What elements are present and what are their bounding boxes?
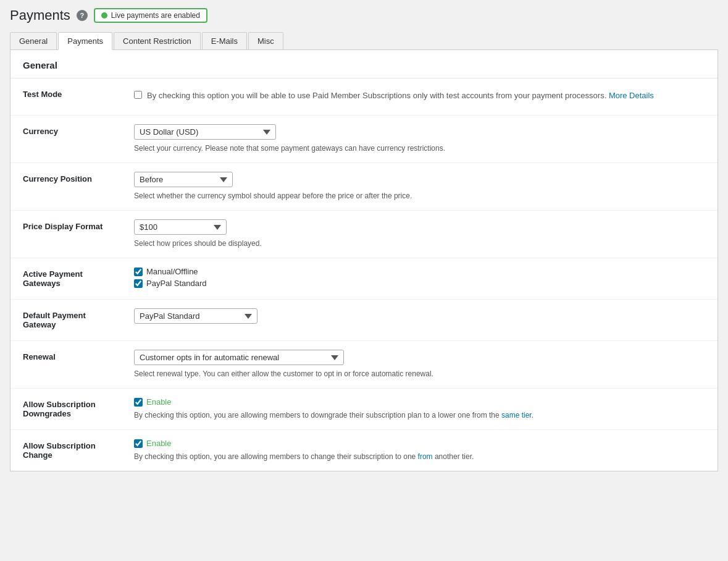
renewal-label: Renewal <box>10 341 122 388</box>
price-format-description: Select how prices should be displayed. <box>134 238 705 249</box>
tab-emails[interactable]: E-Mails <box>202 32 247 49</box>
currency-position-label: Currency Position <box>10 163 122 210</box>
downgrades-row: Allow Subscription Downgrades Enable By … <box>10 389 718 430</box>
downgrades-checkbox-row: Enable <box>134 397 705 407</box>
currency-select[interactable]: US Dollar (USD) Euro (EUR) British Pound… <box>134 124 276 140</box>
live-dot-icon <box>101 12 107 19</box>
price-format-row: Price Display Format $100 $ 100 100$ 100… <box>10 211 718 258</box>
currency-label: Currency <box>10 116 122 162</box>
tab-general[interactable]: General <box>10 32 57 49</box>
page-header: Payments ? Live payments are enabled <box>10 7 718 23</box>
currency-position-row: Currency Position Before After Select wh… <box>10 163 718 211</box>
subscription-change-row: Allow Subscription Change Enable By chec… <box>10 430 718 471</box>
live-status-text: Live payments are enabled <box>111 11 200 20</box>
active-gateways-control: Manual/Offline PayPal Standard <box>122 258 718 299</box>
test-mode-row: Test Mode By checking this option you wi… <box>10 78 718 116</box>
paypal-standard-label: PayPal Standard <box>146 279 207 288</box>
manual-offline-checkbox[interactable] <box>134 268 143 276</box>
nav-tabs: General Payments Content Restriction E-M… <box>10 32 718 50</box>
price-format-control: $100 $ 100 100$ 100 $ Select how prices … <box>122 211 718 258</box>
default-gateway-control: PayPal Standard Manual/Offline <box>122 300 718 340</box>
subscription-change-label: Allow Subscription Change <box>10 430 122 471</box>
paypal-standard-row: PayPal Standard <box>134 279 705 288</box>
currency-position-description: Select whether the currency symbol shoul… <box>134 190 705 201</box>
tab-misc[interactable]: Misc <box>248 32 283 49</box>
subscription-change-checkbox[interactable] <box>134 439 143 448</box>
currency-position-control: Before After Select whether the currency… <box>122 163 718 210</box>
downgrades-description: By checking this option, you are allowin… <box>134 410 705 421</box>
currency-description: Select your currency. Please note that s… <box>134 143 705 154</box>
subscription-change-control: Enable By checking this option, you are … <box>122 430 718 471</box>
from-link[interactable]: from <box>418 452 433 461</box>
more-details-link[interactable]: More Details <box>609 91 654 100</box>
renewal-control: Customer opts in for automatic renewal F… <box>122 341 718 388</box>
renewal-select[interactable]: Customer opts in for automatic renewal F… <box>134 350 344 365</box>
active-gateways-label: Active Payment Gateways <box>10 258 122 299</box>
default-gateway-label: Default Payment Gateway <box>10 300 122 340</box>
subscription-change-enable-label: Enable <box>146 439 171 448</box>
content-area: General Test Mode By checking this optio… <box>10 50 718 471</box>
test-mode-checkbox[interactable] <box>134 91 142 99</box>
same-tier-link[interactable]: same tier <box>501 411 532 420</box>
renewal-description: Select renewal type. You can either allo… <box>134 368 705 379</box>
subscription-change-description: By checking this option, you are allowin… <box>134 451 705 462</box>
renewal-row: Renewal Customer opts in for automatic r… <box>10 341 718 389</box>
page-wrapper: Payments ? Live payments are enabled Gen… <box>0 0 728 561</box>
paypal-standard-checkbox[interactable] <box>134 279 143 288</box>
tab-content-restriction[interactable]: Content Restriction <box>114 32 201 49</box>
active-gateways-row: Active Payment Gateways Manual/Offline P… <box>10 258 718 300</box>
downgrades-enable-label: Enable <box>146 397 171 407</box>
downgrades-control: Enable By checking this option, you are … <box>122 389 718 429</box>
subscription-change-checkbox-row: Enable <box>134 439 705 448</box>
downgrades-label: Allow Subscription Downgrades <box>10 389 122 429</box>
default-gateway-row: Default Payment Gateway PayPal Standard … <box>10 300 718 341</box>
test-mode-control: By checking this option you will be able… <box>122 78 718 115</box>
price-format-label: Price Display Format <box>10 211 122 258</box>
manual-offline-row: Manual/Offline <box>134 267 705 276</box>
page-title: Payments <box>10 7 70 23</box>
manual-offline-label: Manual/Offline <box>146 267 198 276</box>
test-mode-description: By checking this option you will be able… <box>147 90 654 102</box>
price-format-select[interactable]: $100 $ 100 100$ 100 $ <box>134 219 227 235</box>
live-status-badge: Live payments are enabled <box>94 8 207 23</box>
section-heading: General <box>10 50 718 78</box>
currency-control: US Dollar (USD) Euro (EUR) British Pound… <box>122 116 718 162</box>
currency-position-select[interactable]: Before After <box>134 172 233 187</box>
downgrades-checkbox[interactable] <box>134 398 143 407</box>
tab-payments[interactable]: Payments <box>58 32 112 50</box>
help-icon[interactable]: ? <box>77 10 88 21</box>
currency-row: Currency US Dollar (USD) Euro (EUR) Brit… <box>10 116 718 163</box>
test-mode-label: Test Mode <box>10 78 122 115</box>
default-gateway-select[interactable]: PayPal Standard Manual/Offline <box>134 308 257 324</box>
